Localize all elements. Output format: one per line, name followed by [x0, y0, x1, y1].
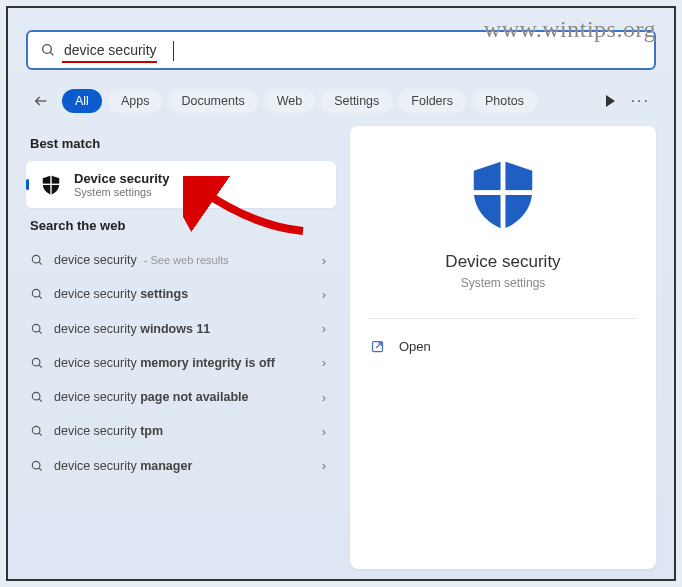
- search-icon: [30, 253, 44, 267]
- svg-point-11: [32, 358, 40, 366]
- web-result-text: device security page not available: [54, 389, 322, 405]
- svg-rect-4: [42, 183, 60, 184]
- web-result-item[interactable]: device security memory integrity is off …: [26, 346, 336, 380]
- web-result-item[interactable]: device security settings ›: [26, 277, 336, 311]
- chevron-right-icon: ›: [322, 253, 326, 268]
- divider: [368, 318, 638, 319]
- filter-all[interactable]: All: [62, 89, 102, 113]
- svg-line-12: [39, 365, 42, 368]
- chevron-right-icon: ›: [322, 287, 326, 302]
- web-result-text: device security tpm: [54, 423, 322, 439]
- search-input[interactable]: [64, 42, 642, 58]
- best-match-title: Device security: [74, 171, 169, 186]
- open-external-icon: [370, 339, 385, 354]
- web-result-item[interactable]: device security page not available ›: [26, 380, 336, 414]
- open-action[interactable]: Open: [368, 333, 638, 360]
- svg-line-16: [39, 433, 42, 436]
- detail-subtitle: System settings: [461, 276, 546, 290]
- search-icon: [30, 322, 44, 336]
- spellcheck-underline: [62, 61, 157, 63]
- arrow-left-icon: [33, 93, 49, 109]
- search-web-header: Search the web: [30, 218, 336, 233]
- filter-settings[interactable]: Settings: [321, 89, 392, 113]
- filter-row: All Apps Documents Web Settings Folders …: [26, 86, 656, 116]
- svg-line-14: [39, 399, 42, 402]
- web-result-text: device security memory integrity is off: [54, 355, 322, 371]
- svg-line-8: [39, 296, 42, 299]
- shield-large-icon: [464, 156, 542, 234]
- chevron-right-icon: ›: [322, 458, 326, 473]
- svg-point-9: [32, 324, 40, 332]
- svg-point-7: [32, 290, 40, 298]
- svg-line-10: [39, 330, 42, 333]
- web-result-text: device security - See web results: [54, 252, 322, 268]
- chevron-right-icon: ›: [322, 355, 326, 370]
- play-icon[interactable]: [606, 95, 615, 107]
- svg-point-13: [32, 392, 40, 400]
- best-match-subtitle: System settings: [74, 186, 169, 198]
- chevron-right-icon: ›: [322, 390, 326, 405]
- svg-point-0: [43, 45, 52, 54]
- back-button[interactable]: [26, 86, 56, 116]
- web-result-text: device security windows 11: [54, 321, 322, 337]
- chevron-right-icon: ›: [322, 321, 326, 336]
- best-match-item[interactable]: Device security System settings: [26, 161, 336, 208]
- shield-icon: [40, 174, 62, 196]
- detail-panel: Device security System settings Open: [350, 126, 656, 569]
- more-options-icon[interactable]: ···: [631, 92, 650, 110]
- web-result-item[interactable]: device security windows 11 ›: [26, 312, 336, 346]
- web-result-text: device security settings: [54, 286, 322, 302]
- svg-line-1: [50, 52, 53, 55]
- filter-apps[interactable]: Apps: [108, 89, 163, 113]
- svg-point-17: [32, 461, 40, 469]
- text-cursor: [173, 41, 174, 61]
- results-column: Best match Device security System settin…: [26, 126, 336, 569]
- search-icon: [30, 287, 44, 301]
- search-icon: [30, 424, 44, 438]
- svg-rect-20: [473, 190, 534, 195]
- search-icon: [40, 42, 56, 58]
- detail-title: Device security: [445, 252, 560, 272]
- watermark-text: www.wintips.org: [484, 16, 656, 43]
- web-result-item[interactable]: device security manager ›: [26, 449, 336, 483]
- best-match-header: Best match: [30, 136, 336, 151]
- svg-point-5: [32, 255, 40, 263]
- search-icon: [30, 459, 44, 473]
- web-result-item[interactable]: device security tpm ›: [26, 414, 336, 448]
- svg-line-6: [39, 262, 42, 265]
- search-icon: [30, 390, 44, 404]
- web-result-text: device security manager: [54, 458, 322, 474]
- filter-photos[interactable]: Photos: [472, 89, 537, 113]
- filter-folders[interactable]: Folders: [398, 89, 466, 113]
- svg-line-18: [39, 467, 42, 470]
- open-label: Open: [399, 339, 431, 354]
- chevron-right-icon: ›: [322, 424, 326, 439]
- search-icon: [30, 356, 44, 370]
- web-result-item[interactable]: device security - See web results ›: [26, 243, 336, 277]
- svg-point-15: [32, 427, 40, 435]
- filter-web[interactable]: Web: [264, 89, 315, 113]
- filter-documents[interactable]: Documents: [168, 89, 257, 113]
